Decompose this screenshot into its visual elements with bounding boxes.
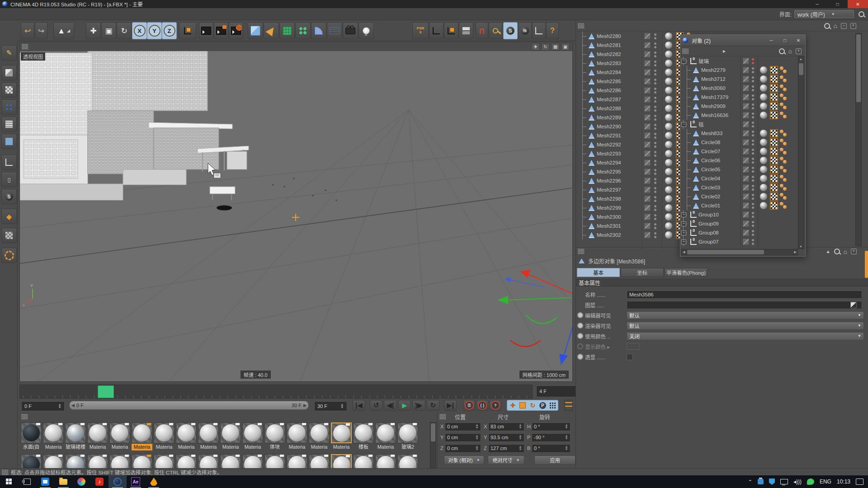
points-mode-button[interactable] [1, 99, 17, 115]
polygon-object-icon[interactable] [589, 52, 594, 57]
model-mode-button[interactable] [1, 65, 17, 80]
layer-chip[interactable] [644, 205, 651, 211]
object-icon[interactable] [690, 230, 697, 236]
selection-tag-icon[interactable] [780, 184, 789, 191]
object-row[interactable]: Mesh17379 [680, 93, 797, 102]
material-tile[interactable]: 楼板 [353, 422, 374, 452]
preview-range-slider[interactable]: ◀ 0 F 30 F ▶ [69, 401, 309, 410]
material-thumb[interactable] [760, 75, 767, 83]
layer-chip[interactable] [644, 150, 651, 157]
material-tile[interactable]: Materia [375, 454, 396, 468]
material-tile[interactable]: Materia [42, 422, 64, 452]
object-row[interactable]: Circle01 [680, 201, 797, 210]
position-x-field[interactable]: 0 cm▲▼ [445, 422, 481, 431]
object-name[interactable]: Mesh2297 [597, 187, 621, 192]
key-rotation-toggle[interactable]: ↻ [528, 401, 538, 410]
texture-tag-icon[interactable] [770, 102, 778, 110]
object-icon[interactable] [693, 149, 699, 155]
layer-chip[interactable] [644, 132, 651, 139]
object-name[interactable]: Circle07 [701, 149, 720, 154]
animate-dot-icon[interactable] [577, 312, 583, 318]
object-row[interactable]: Group09 [680, 219, 797, 228]
size-mode-select[interactable]: 绝对尺寸▼ [488, 455, 525, 465]
object-icon[interactable] [693, 158, 699, 164]
render-view-button[interactable] [199, 22, 213, 39]
layer-chip[interactable] [743, 230, 749, 236]
material-thumb[interactable] [760, 84, 767, 92]
material-thumb[interactable] [760, 184, 767, 191]
selection-tag-icon[interactable] [780, 193, 789, 200]
visibility-dots[interactable] [752, 113, 754, 120]
axis-display-button[interactable] [532, 22, 546, 39]
animate-dot-icon[interactable] [577, 333, 583, 339]
visibility-dots[interactable] [654, 187, 656, 194]
layer-chip[interactable] [743, 103, 749, 109]
texture-tag-icon[interactable] [770, 84, 778, 92]
minimize-button[interactable]: ─ [764, 35, 778, 46]
object-name[interactable]: Mesh2294 [597, 160, 621, 165]
visibility-dots[interactable] [752, 85, 754, 93]
material-thumb[interactable] [665, 204, 672, 211]
material-tile[interactable]: 玻璃2 [397, 454, 419, 468]
search-icon[interactable] [779, 48, 785, 54]
polygon-object-icon[interactable] [589, 88, 594, 94]
object-row[interactable]: Circle07 [680, 147, 797, 156]
keyframe-bar-icon[interactable] [565, 400, 573, 411]
expander-icon[interactable] [681, 59, 686, 64]
visibility-dots[interactable] [654, 169, 656, 176]
spinner-arrows-icon[interactable]: ▲▼ [58, 404, 61, 409]
object-row[interactable]: Circle08 [680, 138, 797, 147]
search-icon[interactable] [859, 11, 864, 17]
visibility-dots[interactable] [654, 205, 656, 212]
expand-icon[interactable]: + [850, 23, 856, 29]
object-row[interactable]: Mesh2279 [680, 66, 797, 75]
layer-chip[interactable] [644, 141, 651, 148]
object-name[interactable]: Circle05 [701, 167, 720, 172]
visibility-dots[interactable] [654, 196, 656, 203]
frame-field[interactable]: 0 F ▲▼ [21, 401, 65, 411]
selection-tag-icon[interactable] [780, 175, 789, 182]
object-name[interactable]: Mesh2285 [597, 79, 621, 84]
expander-icon[interactable] [681, 230, 686, 235]
object-row[interactable]: Group08 [680, 228, 797, 237]
object-name[interactable]: Mesh3060 [701, 85, 726, 91]
panel-handle[interactable] [865, 251, 868, 278]
texture-tag-icon[interactable] [770, 138, 778, 146]
visibility-dots[interactable] [752, 194, 754, 201]
material-thumb[interactable] [665, 213, 672, 221]
visibility-dots[interactable] [752, 221, 754, 228]
visibility-dots[interactable] [654, 70, 656, 77]
object-name[interactable]: Mesh2299 [597, 205, 621, 211]
object-name[interactable]: Mesh2282 [597, 52, 621, 57]
layer-chip[interactable] [644, 232, 651, 238]
selection-tag-icon[interactable] [780, 166, 789, 173]
object-name[interactable]: Mesh2301 [597, 223, 621, 229]
object-row[interactable]: Circle04 [680, 174, 797, 183]
material-tile[interactable]: 玻璃裙楼 [65, 422, 86, 452]
viewport-maximize-icon[interactable]: ▣ [561, 43, 570, 51]
taskbar-file-explorer[interactable] [54, 475, 72, 488]
redo-button[interactable]: ↪ [35, 22, 47, 39]
polygons-mode-button[interactable] [1, 134, 17, 149]
material-tile[interactable]: Materia [109, 422, 131, 452]
next-key-button[interactable]: )▶ [412, 400, 425, 411]
taskbar-app-flame[interactable] [145, 475, 163, 488]
material-tile[interactable]: Materia [42, 454, 64, 468]
edges-mode-button[interactable] [1, 117, 17, 132]
drag-handle[interactable] [22, 44, 28, 50]
material-tile[interactable]: Materia [175, 422, 197, 452]
object-name[interactable]: Circle01 [701, 203, 720, 208]
collapse-icon[interactable]: − [841, 23, 847, 29]
visibility-dots[interactable] [654, 160, 656, 167]
attribute-tab[interactable]: 坐标 [621, 268, 664, 277]
visibility-dots[interactable] [654, 124, 656, 131]
material-thumb[interactable] [665, 150, 672, 157]
object-icon[interactable] [693, 176, 699, 182]
polygon-object-icon[interactable] [589, 79, 594, 84]
visibility-dots[interactable] [752, 131, 754, 138]
material-scrollbar[interactable] [430, 422, 436, 468]
layer-chip[interactable] [743, 166, 749, 173]
material-thumb[interactable] [665, 177, 672, 184]
layer-field[interactable] [627, 301, 862, 309]
object-name[interactable]: Mesh2281 [597, 42, 621, 48]
